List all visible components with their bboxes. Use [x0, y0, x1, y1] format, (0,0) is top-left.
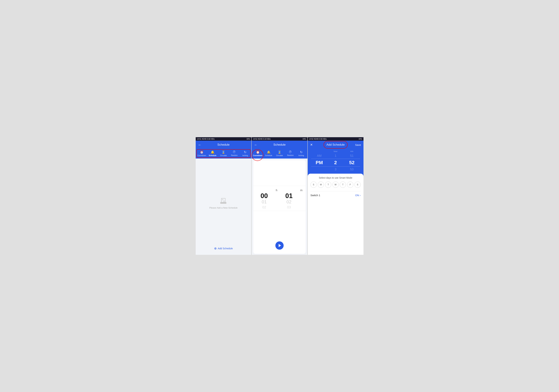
add-schedule-button-1[interactable]: ⊕ Add Schedule: [214, 245, 233, 252]
day-friday[interactable]: F: [347, 182, 353, 188]
min-main: 52: [346, 160, 358, 165]
hour-above: 1: [330, 154, 342, 158]
day-wednesday[interactable]: W: [333, 182, 339, 188]
hours-below: 01: [262, 199, 267, 205]
circulate-label-1: Circulate: [220, 155, 227, 156]
random-icon-1: ⏱: [233, 150, 236, 154]
save-button-3[interactable]: Save: [355, 143, 361, 146]
white-card-inner-2: 00 01 02 h 01 02 03 m: [253, 160, 306, 237]
time-scroll-row-above: AM 1 51: [308, 153, 363, 159]
screens-container: 14:51 4GHD 0.60 KB/s 44% ← Schedule ⏰ Co…: [196, 137, 363, 255]
status-bar-3: 14:52 4GHD 0.50 KB/s 44%: [308, 137, 363, 141]
inching-label-1: Inching: [242, 155, 248, 156]
tab-inching-2[interactable]: ↻ Inching: [296, 150, 306, 157]
countdown-label-2: Countdown: [253, 155, 262, 156]
m-label: m: [299, 187, 303, 192]
inching-icon-1: ↻: [244, 150, 246, 154]
mins-main: 01: [285, 193, 293, 199]
back-button-1[interactable]: ←: [198, 143, 202, 147]
status-left-3: 14:52 4GHD 0.50 KB/s: [309, 138, 327, 140]
mins-below2: 03: [287, 205, 291, 209]
content-area-1: 🗳 Please Add a New Schedule ⊕ Add Schedu…: [196, 159, 252, 255]
app-header-1: ← Schedule: [196, 141, 252, 149]
speed-3: 0.50 KB/s: [319, 138, 327, 140]
inching-icon-2: ↻: [300, 150, 303, 154]
countdown-icon-1: ⏰: [200, 150, 204, 154]
day-tuesday[interactable]: T: [325, 182, 331, 188]
time-3: 14:52: [309, 138, 313, 140]
hour-below: 3: [330, 168, 342, 171]
empty-icon-1: 🗳: [220, 197, 227, 205]
hours-col: 00 01 02: [256, 187, 273, 209]
time-2: 14:52: [253, 138, 257, 140]
network-3: 4GHD: [314, 138, 319, 140]
tab-bar-2: ⏰ Countdown 🔔 Schedule ⌛ Circulate ⏱ Ran…: [252, 149, 307, 159]
time-1: 14:51: [197, 138, 201, 140]
tab-schedule-1[interactable]: 🔔 Schedule: [208, 150, 218, 157]
hours-main: 00: [261, 193, 268, 199]
countdown-icon-2: ⏰: [256, 150, 260, 154]
network-2: 4GHD: [258, 138, 263, 140]
mins-col: 01 02 03: [280, 187, 298, 209]
screen-3: 14:52 4GHD 0.50 KB/s 44% ✕ Add Schedule …: [307, 137, 363, 255]
min-below: 53: [346, 168, 358, 171]
play-triangle-icon: [279, 244, 281, 247]
day-monday[interactable]: M: [318, 182, 324, 188]
white-card-2: 00 01 02 h 01 02 03 m: [253, 160, 306, 254]
tab-bar-wrapper-2: ⏰ Countdown 🔔 Schedule ⌛ Circulate ⏱ Ran…: [252, 149, 307, 159]
network-1: 4GHD: [202, 138, 207, 140]
screen2-main: 00 01 02 h 01 02 03 m: [252, 159, 307, 255]
hour-main: 2: [330, 160, 342, 165]
time-scroll-row-main: PM 2 52: [308, 159, 363, 166]
tab-countdown-2[interactable]: ⏰ Countdown: [253, 150, 263, 157]
battery-1: 44%: [246, 138, 250, 140]
schedule-label-2: Schedule: [265, 155, 272, 156]
tab-countdown-1[interactable]: ⏰ Countdown: [197, 150, 207, 157]
hours-below2: 02: [262, 205, 266, 209]
empty-text-1: Please Add a New Schedule: [209, 206, 238, 209]
close-button-3[interactable]: ✕: [310, 143, 313, 147]
tab-random-1[interactable]: ⏱ Random: [229, 150, 239, 157]
status-bar-2: 14:52 4GHD 0.10 KB/s 44%: [252, 137, 307, 141]
day-sunday[interactable]: S: [310, 182, 317, 188]
play-btn-wrapper: [253, 237, 306, 254]
mins-below: 02: [287, 199, 291, 205]
smart-mode-title: Select days to use Smart Mode: [310, 176, 361, 179]
tab-circulate-2[interactable]: ⌛ Circulate: [274, 150, 284, 157]
random-icon-2: ⏱: [289, 150, 292, 154]
schedule-icon-2: 🔔: [267, 150, 270, 154]
back-button-2[interactable]: ←: [254, 143, 258, 147]
tab-bar-1: ⏰ Countdown 🔔 Schedule ⌛ Circulate ⏱ Ran…: [196, 149, 252, 159]
tab-schedule-2[interactable]: 🔔 Schedule: [263, 150, 274, 157]
time-scroll-area: hour min AM 1 51 PM 2 52: [308, 149, 363, 172]
day-saturday[interactable]: S: [354, 182, 361, 188]
app-header-2: ← Schedule: [252, 141, 307, 149]
inching-label-2: Inching: [298, 155, 304, 156]
empty-state-1: 🗳 Please Add a New Schedule: [209, 161, 238, 245]
time-picker: 00 01 02 h 01 02 03 m: [253, 186, 306, 211]
day-thursday[interactable]: T: [340, 182, 346, 188]
switch-row: Switch 1 ON ›: [310, 191, 361, 197]
tab-random-2[interactable]: ⏱ Random: [285, 150, 296, 157]
min-col-label: min: [346, 150, 358, 152]
plus-icon-1: ⊕: [214, 247, 217, 250]
header-title-1: Schedule: [217, 143, 230, 146]
switch-label: Switch 1: [310, 194, 320, 197]
play-button[interactable]: [275, 241, 284, 250]
tab-bar-wrapper-1: ⏰ Countdown 🔔 Schedule ⌛ Circulate ⏱ Ran…: [196, 149, 252, 159]
status-right-3: 44%: [359, 138, 362, 140]
schedule-icon-1: 🔔: [211, 150, 214, 154]
status-right-1: 44%: [246, 138, 250, 140]
circulate-icon-1: ⌛: [222, 150, 225, 154]
smart-mode-card: Select days to use Smart Mode S M T W T …: [308, 174, 363, 255]
time-scroll-row-below: 3 53: [308, 167, 363, 172]
tab-circulate-1[interactable]: ⌛ Circulate: [218, 150, 229, 157]
switch-value[interactable]: ON ›: [355, 194, 361, 197]
min-above: 51: [346, 154, 358, 158]
random-label-1: Random: [231, 154, 238, 156]
tab-inching-1[interactable]: ↻ Inching: [240, 150, 250, 157]
header-title-3: Add Schedule: [326, 143, 345, 146]
app-header-3: ✕ Add Schedule Save: [308, 141, 363, 149]
schedule-label-1: Schedule: [209, 155, 216, 156]
status-right-2: 44%: [303, 138, 306, 140]
